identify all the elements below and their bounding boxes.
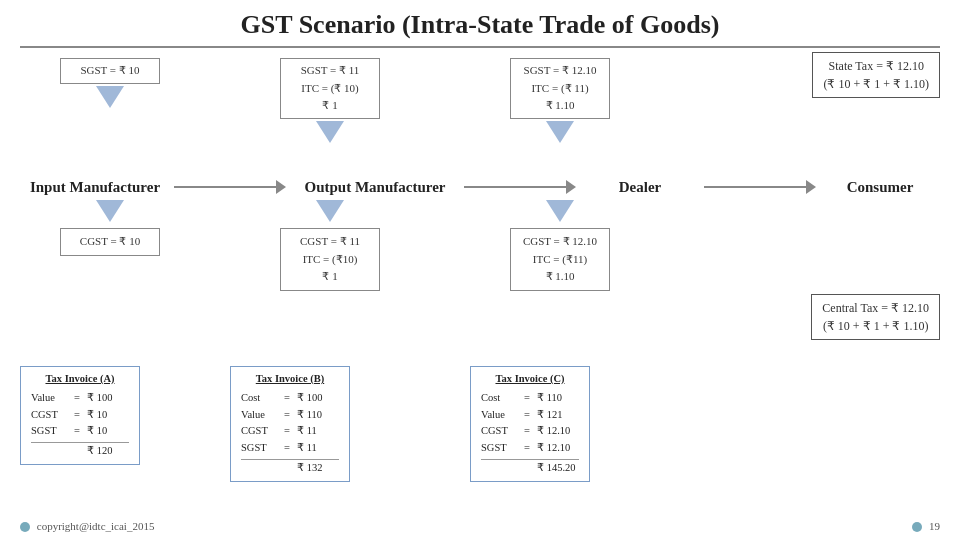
invoice-c-total: ₹ 145.20 xyxy=(481,459,579,477)
invoice-a-row-2: SGST = ₹ 10 xyxy=(31,423,129,440)
arrow-down-cgst-col1 xyxy=(96,200,124,222)
sgst-col1-area: SGST = ₹ 10 xyxy=(60,58,160,110)
entity-input-manufacturer: Input Manufacturer xyxy=(20,178,170,196)
invoice-a: Tax Invoice (A) Value = ₹ 100 CGST = ₹ 1… xyxy=(20,366,140,465)
invoice-b-total: ₹ 132 xyxy=(241,459,339,477)
entity-consumer: Consumer xyxy=(820,178,940,196)
sgst-box-col1: SGST = ₹ 10 xyxy=(60,58,160,84)
arrow-down-sgst-col3 xyxy=(546,121,574,143)
invoice-c-row-2: CGST = ₹ 12.10 xyxy=(481,423,579,440)
invoice-a-total: ₹ 120 xyxy=(31,442,129,460)
cgst-box-col3: CGST = ₹ 12.10 ITC = (₹11) ₹ 1.10 xyxy=(510,228,610,291)
central-tax-detail: (₹ 10 + ₹ 1 + ₹ 1.10) xyxy=(822,317,929,335)
arrow-down-sgst-col1 xyxy=(96,86,124,108)
cgst-col2-area: CGST = ₹ 11 ITC = (₹10) ₹ 1 xyxy=(280,198,380,291)
arrow-right-2-container xyxy=(464,180,576,194)
invoice-b-row-1: Value = ₹ 110 xyxy=(241,407,339,424)
h-line-3 xyxy=(704,186,806,188)
page: GST Scenario (Intra-State Trade of Goods… xyxy=(0,0,960,540)
sgst-col2-area: SGST = ₹ 11 ITC = (₹ 10) ₹ 1 xyxy=(280,58,380,145)
arrowhead-3 xyxy=(806,180,816,194)
invoice-c-row-1: Value = ₹ 121 xyxy=(481,407,579,424)
entity-row: Input Manufacturer Output Manufacturer D… xyxy=(20,178,940,196)
footer-dot-icon xyxy=(20,522,30,532)
invoice-c: Tax Invoice (C) Cost = ₹ 110 Value = ₹ 1… xyxy=(470,366,590,482)
central-tax-box: Central Tax = ₹ 12.10 (₹ 10 + ₹ 1 + ₹ 1.… xyxy=(811,294,940,340)
dealer-label: Dealer xyxy=(619,179,661,195)
state-tax-detail: (₹ 10 + ₹ 1 + ₹ 1.10) xyxy=(823,75,929,93)
invoice-c-row-3: SGST = ₹ 12.10 xyxy=(481,440,579,457)
sgst-box-col2: SGST = ₹ 11 ITC = (₹ 10) ₹ 1 xyxy=(280,58,380,119)
cgst-col1-area: CGST = ₹ 10 xyxy=(60,198,160,256)
footer-page-dot-icon xyxy=(912,522,922,532)
invoice-b-row-0: Cost = ₹ 100 xyxy=(241,390,339,407)
invoice-c-row-0: Cost = ₹ 110 xyxy=(481,390,579,407)
cgst-col3-area: CGST = ₹ 12.10 ITC = (₹11) ₹ 1.10 xyxy=(510,198,610,291)
h-line-1 xyxy=(174,186,276,188)
arrow-down-cgst-col3 xyxy=(546,200,574,222)
input-manufacturer-label: Input Manufacturer xyxy=(30,179,160,195)
invoice-b: Tax Invoice (B) Cost = ₹ 100 Value = ₹ 1… xyxy=(230,366,350,482)
entity-output-manufacturer: Output Manufacturer xyxy=(290,178,460,196)
invoice-a-title: Tax Invoice (A) xyxy=(31,371,129,388)
state-tax-label: State Tax = ₹ 12.10 xyxy=(823,57,929,75)
output-manufacturer-label: Output Manufacturer xyxy=(305,179,446,195)
h-line-2 xyxy=(464,186,566,188)
cgst-box-col1: CGST = ₹ 10 xyxy=(60,228,160,256)
invoice-a-row-0: Value = ₹ 100 xyxy=(31,390,129,407)
invoice-a-row-1: CGST = ₹ 10 xyxy=(31,407,129,424)
arrow-right-3-container xyxy=(704,180,816,194)
consumer-label: Consumer xyxy=(847,179,914,195)
sgst-box-col3: SGST = ₹ 12.10 ITC = (₹ 11) ₹ 1.10 xyxy=(510,58,610,119)
state-tax-box: State Tax = ₹ 12.10 (₹ 10 + ₹ 1 + ₹ 1.10… xyxy=(812,52,940,98)
footer-copyright: copyright@idtc_icai_2015 xyxy=(20,520,154,532)
footer: copyright@idtc_icai_2015 19 xyxy=(20,520,940,532)
arrow-down-cgst-col2 xyxy=(316,200,344,222)
arrow-down-sgst-col2 xyxy=(316,121,344,143)
arrow-right-1-container xyxy=(174,180,286,194)
page-title: GST Scenario (Intra-State Trade of Goods… xyxy=(20,0,940,48)
invoice-b-row-3: SGST = ₹ 11 xyxy=(241,440,339,457)
invoice-b-title: Tax Invoice (B) xyxy=(241,371,339,388)
central-tax-label: Central Tax = ₹ 12.10 xyxy=(822,299,929,317)
entity-dealer: Dealer xyxy=(580,178,700,196)
arrowhead-1 xyxy=(276,180,286,194)
footer-page-number: 19 xyxy=(912,520,940,532)
invoice-b-row-2: CGST = ₹ 11 xyxy=(241,423,339,440)
arrowhead-2 xyxy=(566,180,576,194)
sgst-col3-area: SGST = ₹ 12.10 ITC = (₹ 11) ₹ 1.10 xyxy=(510,58,610,145)
cgst-box-col2: CGST = ₹ 11 ITC = (₹10) ₹ 1 xyxy=(280,228,380,291)
invoice-c-title: Tax Invoice (C) xyxy=(481,371,579,388)
